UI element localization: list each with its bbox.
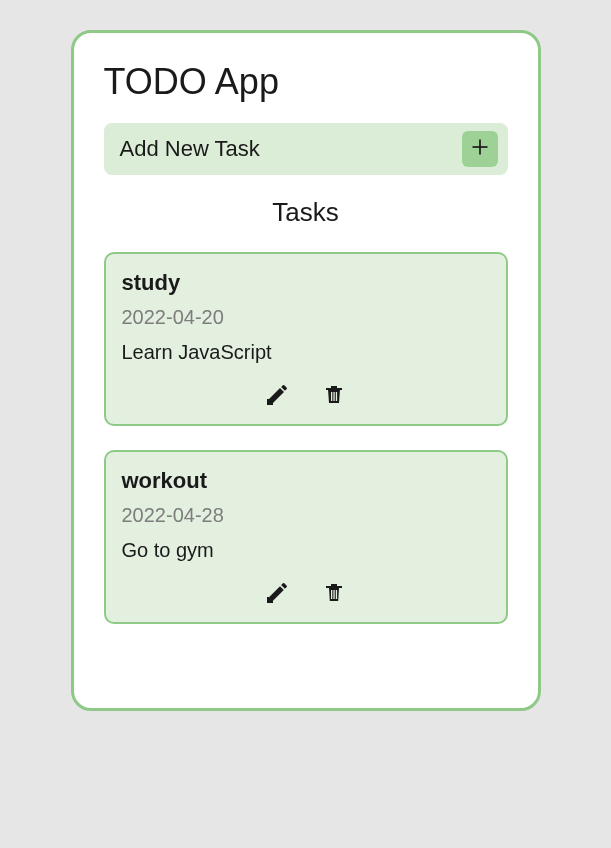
task-card: workout 2022-04-28 Go to gym [104, 450, 508, 624]
edit-icon [266, 382, 290, 410]
edit-icon [266, 580, 290, 608]
task-title: study [122, 270, 490, 296]
task-desc: Go to gym [122, 539, 490, 562]
app-title: TODO App [104, 61, 508, 103]
trash-icon [322, 382, 346, 410]
task-actions [122, 580, 490, 612]
task-actions [122, 382, 490, 414]
add-task-bar[interactable]: Add New Task [104, 123, 508, 175]
task-date: 2022-04-28 [122, 504, 490, 527]
edit-button[interactable] [266, 580, 290, 608]
plus-icon [470, 137, 490, 161]
svg-rect-5 [335, 392, 336, 401]
edit-button[interactable] [266, 382, 290, 410]
task-desc: Learn JavaScript [122, 341, 490, 364]
tasks-heading: Tasks [104, 197, 508, 228]
svg-rect-4 [333, 392, 334, 401]
task-date: 2022-04-20 [122, 306, 490, 329]
trash-icon [322, 580, 346, 608]
delete-button[interactable] [322, 580, 346, 608]
task-card: study 2022-04-20 Learn JavaScript [104, 252, 508, 426]
task-title: workout [122, 468, 490, 494]
add-task-button[interactable] [462, 131, 498, 167]
svg-rect-8 [335, 590, 336, 599]
svg-rect-6 [331, 590, 332, 599]
app-container: TODO App Add New Task Tasks study 2022-0… [71, 30, 541, 711]
delete-button[interactable] [322, 382, 346, 410]
svg-rect-3 [331, 392, 332, 401]
svg-rect-7 [333, 590, 334, 599]
add-task-label: Add New Task [120, 136, 260, 162]
